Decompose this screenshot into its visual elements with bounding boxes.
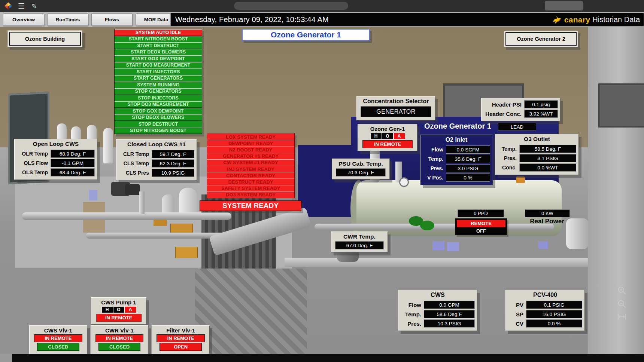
tab-overview[interactable]: Overview xyxy=(3,13,44,26)
remote-status-bar: IN REMOTE xyxy=(34,334,82,342)
app-logo-icon xyxy=(4,2,12,10)
ready-status-row: CW SYSTEM #1 READY xyxy=(207,159,294,166)
horizontal-pipe xyxy=(315,224,554,230)
sequence-status-row: STOP DEOX BLOWERS xyxy=(115,114,202,121)
valve-state-bar: OPEN xyxy=(160,343,202,351)
value-row: CLS Temp 62.3 Deg. F xyxy=(119,159,194,168)
instrument-box xyxy=(89,190,97,200)
hoa-auto-button[interactable]: A xyxy=(125,306,136,313)
value-row: Conc. 0.0 %WT xyxy=(498,163,576,172)
concentration-selector-value[interactable]: GENERATOR xyxy=(361,106,431,117)
menu-icon[interactable]: ☰ xyxy=(18,2,25,10)
hmi-screen: ☰ ✎ Overview RunTimes Flows MOR Data Wed… xyxy=(0,0,644,362)
value-label: Temp. xyxy=(498,146,519,152)
real-power-label: Real Power xyxy=(523,218,571,225)
sequence-status-row: SYSTEM AUTO IDLE xyxy=(115,29,202,36)
value-row: Temp. 58.5 Deg. F xyxy=(498,145,576,153)
value-display: 0.1 psig xyxy=(524,100,558,108)
ready-status-row: DESTRUCT READY xyxy=(207,178,294,185)
sequence-status-row: START GENERATORS xyxy=(115,75,202,82)
value-display: 0.0 % xyxy=(526,319,582,328)
value-row: OLR Temp 68.9 Deg. F xyxy=(17,150,95,158)
valve-title: CWR Vlv-1 xyxy=(93,326,146,334)
tab-runtimes[interactable]: RunTimes xyxy=(47,13,88,26)
valve-panel: Filter Vlv-1 IN REMOTE OPEN xyxy=(152,325,210,354)
psu-cabinet xyxy=(298,145,354,217)
canary-bird-icon xyxy=(552,15,562,24)
value-display: 0.1 PSIG xyxy=(526,301,582,309)
value-display: 68.4 Deg. F xyxy=(51,168,95,177)
orange-equipment-box xyxy=(516,177,525,183)
open-loop-cws-panel: Open Loop CWS OLR Temp 68.9 Deg. F OLS F… xyxy=(14,139,97,180)
value-display: 58.6 Deg.F xyxy=(424,310,475,318)
ozone-building-button[interactable]: Ozone Building xyxy=(9,32,81,46)
panel-title: PCV-400 xyxy=(508,291,582,300)
value-display: 70.3 Deg. F xyxy=(336,168,386,177)
hoa-selector: H O A xyxy=(94,306,144,313)
remote-state[interactable]: REMOTE xyxy=(457,220,505,227)
value-label: PV xyxy=(508,302,526,308)
value-display: 0.0 %WT xyxy=(519,163,576,172)
brand-suffix: Historian Data xyxy=(592,15,640,24)
hoa-hand-button[interactable]: H xyxy=(370,133,382,139)
psu-cab-temp-panel: PSU Cab. Temp. 70.3 Deg. F xyxy=(332,159,390,180)
cws-pump1-control-panel: CWS Pump 1 H O A IN REMOTE xyxy=(91,297,146,325)
valve-title: Filter Vlv-1 xyxy=(154,326,207,334)
sequence-status-list: SYSTEM AUTO IDLE START NITROGEN BOOST ST… xyxy=(114,29,202,134)
ready-status-row: DO3 SYSTEM READY xyxy=(207,191,294,198)
value-display: 3.0 PSIG xyxy=(446,164,490,172)
brand-name: canary xyxy=(564,15,590,24)
valve-panel: CWR Vlv-1 IN REMOTE CLOSED xyxy=(91,325,149,354)
value-label: V Pos. xyxy=(423,175,446,181)
value-label: Flow xyxy=(401,302,424,308)
value-label: Header Conc. xyxy=(484,111,524,117)
value-label: OLS Temp xyxy=(17,169,51,175)
sequence-status-row: STOP DO3 MEASUREMENT xyxy=(115,101,202,108)
concentration-selector-panel: Concentration Selector GENERATOR xyxy=(356,96,435,120)
value-label: Pres. xyxy=(401,320,424,327)
generator-cabinet-title: Ozone Generator 1 xyxy=(424,122,491,131)
value-label: Conc. xyxy=(498,165,519,171)
panel-title: Open Loop CWS xyxy=(17,140,95,148)
orange-equipment-box xyxy=(175,247,198,258)
instrument-box xyxy=(432,241,444,250)
edit-pencil-icon[interactable]: ✎ xyxy=(31,2,37,10)
ready-status-row: CONTACTOR READY xyxy=(207,172,294,178)
zoom-fit-icon[interactable] xyxy=(617,312,627,322)
hoa-off-button[interactable]: O xyxy=(113,306,125,313)
off-state[interactable]: OFF xyxy=(456,228,506,234)
remote-status-bar: IN REMOTE xyxy=(362,140,413,148)
value-label: SP xyxy=(508,311,526,317)
sequence-status-row: STOP DESTRUCT xyxy=(115,121,202,128)
value-label: CLS Pres xyxy=(119,170,152,176)
value-display: 3.1 PSIG xyxy=(519,154,576,162)
ozone-generator-2-button[interactable]: Ozone Generator 2 xyxy=(505,32,577,46)
sequence-status-row: START DEOX BLOWERS xyxy=(115,49,202,56)
header-psi-panel: Header PSI 0.1 psig Header Conc. 3.92 %W… xyxy=(481,98,561,121)
value-row: OLS Flow -0.1 GPM xyxy=(17,159,95,167)
value-display: 10.3 PSIG xyxy=(424,319,475,328)
closed-loop-cws-panel: Closed Loop CWS #1 CLR Temp 59.7 Deg. F … xyxy=(116,139,197,180)
lead-status-badge: LEAD xyxy=(498,123,536,131)
tab-flows[interactable]: Flows xyxy=(91,13,133,26)
hoa-auto-button[interactable]: A xyxy=(394,133,405,139)
hoa-hand-button[interactable]: H xyxy=(101,306,113,313)
value-label: OLR Temp xyxy=(17,151,51,157)
zoom-in-icon[interactable] xyxy=(617,286,627,295)
sequence-status-row: START GOX DEWPOINT xyxy=(115,55,202,62)
blurred-region xyxy=(234,2,348,10)
ready-status-list: LOX SYSTEM READY DEWPOINT READY N2 BOOST… xyxy=(207,133,295,198)
wall-panel xyxy=(598,83,644,128)
sequence-status-row: STOP GOX DEWPOINT xyxy=(115,108,202,114)
panel-title: Concentration Selector xyxy=(359,97,433,106)
hoa-off-button[interactable]: O xyxy=(382,133,394,139)
panel-title: PSU Cab. Temp. xyxy=(334,160,387,168)
ppd-display: 0 PPD xyxy=(458,209,504,217)
walkway-edge xyxy=(285,258,588,267)
cwr-temp-panel: CWR Temp. 67.0 Deg. F xyxy=(331,231,388,252)
remote-status-bar: IN REMOTE xyxy=(96,314,142,322)
value-row: Temp. 58.6 Deg.F xyxy=(401,310,475,318)
value-row: PV 0.1 PSIG xyxy=(508,301,582,309)
ready-status-row: INJ SYSTEM READY xyxy=(207,166,294,172)
zoom-out-icon[interactable] xyxy=(617,299,627,309)
